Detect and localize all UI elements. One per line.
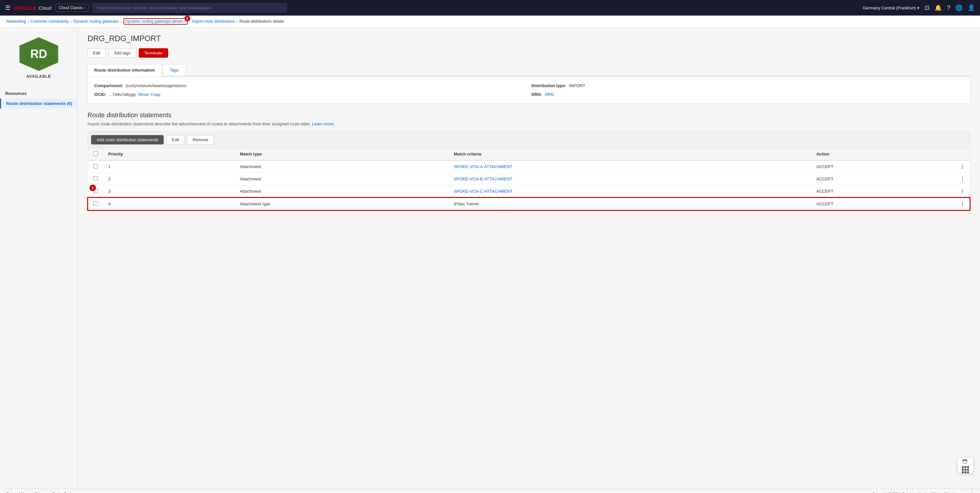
distribution-type-row: Distribution type: IMPORT [531, 83, 964, 88]
row2-action: ACCEPT [811, 173, 955, 185]
action-buttons: Edit Add tags Terminate [88, 48, 970, 58]
oracle-logo: ORACLE Cloud [14, 5, 51, 11]
cloud-classic-button[interactable]: Cloud Classic › [56, 4, 89, 12]
compartment-value: (root)/network/iwanhoogendoorn [126, 83, 186, 88]
edit-button[interactable]: Edit [88, 48, 106, 58]
dot-2 [964, 466, 966, 468]
select-all-checkbox[interactable] [93, 151, 98, 156]
cookies-link[interactable]: Cookie Preferences [52, 492, 84, 493]
footer: Terms of Use and Privacy · Cookie Prefer… [0, 488, 980, 493]
search-input[interactable] [92, 3, 287, 13]
breadcrumb-sep-2: › [70, 19, 72, 24]
col-checkbox [88, 148, 103, 161]
dot-6 [967, 469, 969, 471]
dot-8 [964, 471, 966, 473]
ocid-copy-link[interactable]: Copy [151, 92, 161, 97]
distribution-type-label: Distribution type: [531, 83, 566, 88]
row1-match-criteria: SPOKE-VCN-A-ATTACHMENT [449, 160, 811, 173]
sidebar-item-route-distribution-statements[interactable]: Route distribution statements (6) [0, 98, 78, 108]
breadcrumb-drg[interactable]: Dynamic routing gateways [73, 19, 119, 24]
dot-9 [967, 471, 969, 473]
row4-kebab[interactable]: ⋮ [955, 198, 970, 210]
row4-priority: 4 [103, 198, 235, 210]
breadcrumb-badge-2: 2 [185, 16, 190, 21]
breadcrumb-drg-details[interactable]: Dynamic routing gateways details › 2 [124, 18, 188, 25]
help-widget-icon: ⛑ [962, 458, 969, 466]
ocid-show-link[interactable]: Show [138, 92, 149, 97]
table-header-row: Priority Match type Match criteria Actio… [88, 148, 970, 161]
breadcrumb-import-route[interactable]: Import route distributions [192, 19, 235, 24]
drg-link[interactable]: DRG [545, 92, 554, 97]
resources-section-title: Resources [0, 89, 78, 98]
dot-5 [964, 469, 966, 471]
row1-match-type: Attachment [235, 160, 449, 173]
bell-icon[interactable]: 🔔 [935, 4, 942, 11]
row3-match-criteria: SPOKE-VCN-C-ATTACHMENT [449, 185, 811, 198]
user-icon[interactable]: 👤 [968, 4, 975, 11]
row2-criteria-link[interactable]: SPOKE-VCN-B-ATTACHMENT [454, 176, 512, 181]
terms-link[interactable]: Terms of Use and Privacy [6, 492, 47, 493]
region-selector[interactable]: Germany Central (Frankfurt) ▾ [863, 5, 920, 10]
statements-table: Priority Match type Match criteria Actio… [88, 148, 970, 211]
info-panel: Compartment: (root)/network/iwanhoogendo… [88, 76, 970, 104]
page-title: DRG_RDG_IMPORT [88, 34, 970, 43]
col-match-type: Match type [235, 148, 449, 161]
row3-criteria-link[interactable]: SPOKE-VCN-C-ATTACHMENT [454, 189, 513, 194]
row4-checkbox-cell [88, 198, 103, 210]
hex-initials: RD [30, 47, 47, 61]
col-match-criteria: Match criteria [449, 148, 811, 161]
row3-badge-container: 1 [93, 189, 98, 194]
tabs-container: Route distribution information Tags [88, 64, 970, 76]
add-tags-button[interactable]: Add tags [108, 48, 136, 58]
breadcrumb-customer-connectivity[interactable]: Customer connectivity [30, 19, 69, 24]
chevron-down-icon: ▾ [917, 5, 920, 10]
table-toolbar: Add route distribution statements Edit R… [88, 132, 970, 148]
statements-section-title: Route distribution statements [88, 111, 970, 119]
row1-action: ACCEPT [811, 160, 955, 173]
hamburger-menu[interactable]: ☰ [5, 4, 10, 11]
table-edit-button[interactable]: Edit [166, 135, 185, 144]
dot-4 [962, 469, 964, 471]
row2-checkbox-cell [88, 173, 103, 185]
help-widget-grid [962, 466, 969, 473]
terminate-button[interactable]: Terminate [139, 48, 168, 58]
dot-7 [962, 471, 964, 473]
row1-kebab[interactable]: ⋮ [955, 160, 970, 173]
drg-label: DRG: [531, 92, 542, 97]
help-icon[interactable]: ? [947, 5, 950, 11]
oracle-label: ORACLE [14, 5, 37, 11]
add-route-distribution-statements-button[interactable]: Add route distribution statements [91, 135, 164, 144]
topbar-right: Germany Central (Frankfurt) ▾ ⊡ 🔔 ? 🌐 👤 [863, 4, 975, 11]
compartment-row: Compartment: (root)/network/iwanhoogendo… [94, 83, 526, 88]
tab-tags[interactable]: Tags [163, 64, 185, 76]
row3-priority: 3 [103, 185, 235, 198]
content-area: DRG_RDG_IMPORT Edit Add tags Terminate R… [78, 27, 980, 488]
table-remove-button[interactable]: Remove [187, 135, 213, 144]
cloud-label: Cloud [38, 5, 51, 11]
topbar: ☰ ORACLE Cloud Cloud Classic › Germany C… [0, 0, 980, 16]
sidebar: RD AVAILABLE Resources Route distributio… [0, 27, 78, 488]
row4-checkbox[interactable] [93, 201, 98, 206]
row1-checkbox-cell [88, 160, 103, 173]
statements-description: Import route distribution statements des… [88, 122, 970, 126]
breadcrumb-sep-5: › [237, 19, 238, 24]
ocid-row: OCID: ...7d4u7a6ygq Show Copy [94, 92, 526, 97]
row3-kebab[interactable]: ⋮ [955, 185, 970, 198]
row2-match-type: Attachment [235, 173, 449, 185]
drg-row: DRG: DRG [531, 92, 964, 97]
row2-checkbox[interactable] [93, 176, 98, 181]
row1-checkbox[interactable] [93, 164, 98, 168]
breadcrumb: Networking › Customer connectivity › Dyn… [0, 16, 980, 27]
breadcrumb-networking[interactable]: Networking [6, 19, 26, 24]
row1-criteria-link[interactable]: SPOKE-VCN-A-ATTACHMENT [454, 164, 512, 169]
dot-1 [962, 466, 964, 468]
console-icon[interactable]: ⊡ [924, 4, 929, 11]
row4-action: ACCEPT [811, 198, 955, 210]
help-widget[interactable]: ⛑ [957, 457, 974, 474]
table-row: 1 Attachment SPOKE-VCN-A-ATTACHMENT ACCE… [88, 160, 970, 173]
learn-more-link[interactable]: Learn more [312, 122, 334, 126]
globe-icon[interactable]: 🌐 [955, 4, 963, 11]
tab-route-distribution-info[interactable]: Route distribution information [88, 64, 162, 76]
resource-icon-container: RD AVAILABLE [0, 34, 78, 85]
row2-kebab[interactable]: ⋮ [955, 173, 970, 185]
